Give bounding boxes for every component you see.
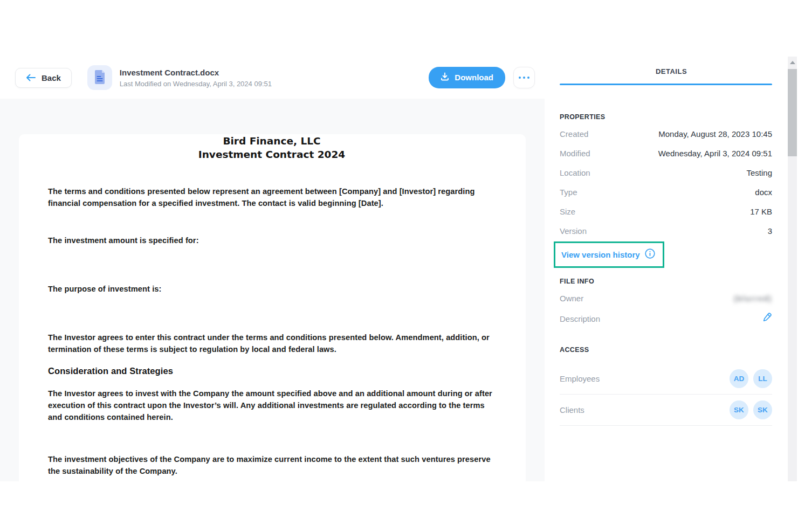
info-icon[interactable] [645,248,655,261]
document-file-icon [87,65,112,90]
property-value: Wednesday, April 3, 2024 09:51 [658,148,772,160]
details-tab-header: DETAILS [545,57,798,99]
tab-details[interactable]: DETAILS [545,67,798,75]
scrollbar-thumb[interactable] [788,69,797,156]
file-last-modified: Last Modified on Wednesday, April 3, 202… [120,80,272,88]
property-value: Monday, August 28, 2023 10:45 [658,128,772,140]
edit-description-pencil-icon[interactable] [762,312,772,325]
avatar-group: AD LL [730,369,772,388]
avatar[interactable]: SK [753,400,772,419]
owner-label: Owner [560,293,583,305]
document-paragraph: The Investor agrees to enter this contra… [48,331,496,355]
file-meta: Investment Contract.docx Last Modified o… [120,68,272,88]
access-group-label: Clients [560,405,584,414]
owner-value-redacted: (blurred) [734,293,772,305]
access-section-label: ACCESS [560,346,772,354]
header-actions: Download [429,67,535,88]
avatar[interactable]: LL [753,369,772,388]
download-button[interactable]: Download [429,67,505,88]
document-title-line1: Bird Finance, LLC [48,134,496,148]
document-body: The terms and conditions presented below… [48,185,496,477]
file-info-section-label: FILE INFO [560,278,772,285]
property-row-location: Location Testing [560,167,772,179]
access-row-employees: Employees AD LL [560,369,772,395]
property-value: Testing [746,167,772,179]
access-group-label: Employees [560,374,600,383]
back-button-label: Back [42,73,61,82]
document-paragraph: The investment amount is specified for: [48,234,496,246]
view-version-history-link[interactable]: View version history [561,250,640,259]
document-paragraph: The investment objectives of the Company… [48,453,496,477]
avatar[interactable]: AD [730,369,748,388]
header-left: Back Investment Contract.docx Last Modif… [0,57,545,99]
view-version-history-highlight-box: View version history [554,241,664,268]
access-row-clients: Clients SK SK [560,400,772,426]
back-button[interactable]: Back [15,68,72,88]
screenshot-canvas: Back Investment Contract.docx Last Modif… [0,0,798,532]
document-preview-area: Bird Finance, LLC Investment Contract 20… [0,99,545,481]
file-info-row-description: Description [560,312,772,325]
document-paragraph: The purpose of investment is: [48,283,496,295]
details-panel: PROPERTIES Created Monday, August 28, 20… [545,99,798,481]
avatar-group: SK SK [730,400,772,419]
property-label: Type [560,186,577,198]
property-row-modified: Modified Wednesday, April 3, 2024 09:51 [560,148,772,160]
header-bar: Back Investment Contract.docx Last Modif… [0,57,798,99]
property-row-version: Version 3 [560,225,772,237]
document-viewer-app: Back Investment Contract.docx Last Modif… [0,57,798,481]
file-info-row-owner: Owner (blurred) [560,293,772,305]
vertical-scrollbar[interactable] [788,57,797,481]
description-label: Description [560,313,600,325]
property-value: 17 KB [750,206,772,218]
document-title: Bird Finance, LLC Investment Contract 20… [48,134,496,161]
document-paragraph: The Investor agrees to invest with the C… [48,388,496,423]
download-icon [441,72,449,82]
more-options-button[interactable] [513,67,535,88]
scrollbar-up-arrow-icon[interactable] [790,61,795,64]
arrow-left-icon [26,74,36,81]
document-title-line2: Investment Contract 2024 [48,148,496,161]
document-page: Bird Finance, LLC Investment Contract 20… [19,134,526,481]
main-area: Bird Finance, LLC Investment Contract 20… [0,99,798,481]
property-value: docx [755,186,772,198]
document-paragraph: The terms and conditions presented below… [48,185,496,209]
properties-section-label: PROPERTIES [560,113,772,121]
property-row-size: Size 17 KB [560,206,772,218]
property-label: Version [560,225,587,237]
property-label: Modified [560,148,590,160]
property-label: Size [560,206,575,218]
ellipsis-icon [519,77,521,79]
document-section-heading: Consideration and Strategies [48,365,496,377]
details-tab-underline [560,84,772,85]
property-label: Created [560,128,588,140]
avatar[interactable]: SK [730,400,748,419]
property-value: 3 [768,225,772,237]
property-label: Location [560,167,590,179]
property-row-created: Created Monday, August 28, 2023 10:45 [560,128,772,140]
download-button-label: Download [455,73,493,82]
property-row-type: Type docx [560,186,772,198]
file-title: Investment Contract.docx [120,68,272,77]
